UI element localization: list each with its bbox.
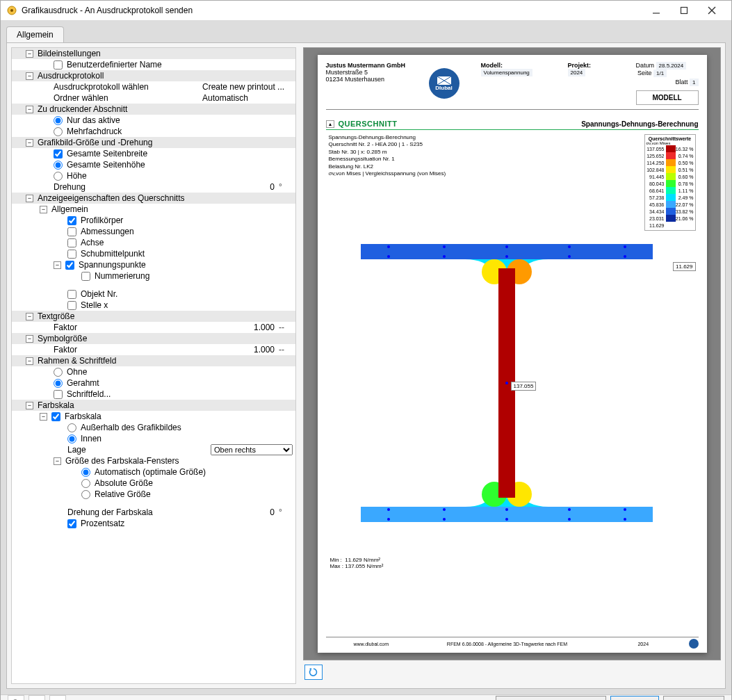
row-symbol-faktor[interactable]: Faktor 1.000 -- bbox=[12, 344, 295, 355]
row-achse[interactable]: Achse bbox=[12, 237, 295, 248]
preview-viewport[interactable]: Justus Mustermann GmbH Musterstraße 5 01… bbox=[303, 47, 721, 660]
collapse-icon[interactable]: − bbox=[40, 413, 47, 421]
svg-point-16 bbox=[387, 245, 390, 248]
row-profilkoerper[interactable]: Profilkörper bbox=[12, 215, 295, 226]
chk-objekt-nr[interactable] bbox=[67, 290, 76, 299]
chk-spannungspunkte[interactable] bbox=[65, 261, 74, 270]
collapse-icon[interactable]: − bbox=[26, 313, 33, 320]
radio-absolute-groesse[interactable] bbox=[81, 479, 90, 488]
row-gesamte-seitenhoehe[interactable]: Gesamte Seitenhöhe bbox=[12, 159, 295, 170]
radio-ausserhalb[interactable] bbox=[67, 423, 76, 432]
row-ausserhalb[interactable]: Außerhalb des Grafikbildes bbox=[12, 422, 295, 433]
chk-prozentsatz[interactable] bbox=[67, 519, 76, 528]
radio-nur-das-aktive[interactable] bbox=[54, 116, 63, 125]
val-symbol-faktor[interactable]: 1.000 bbox=[230, 345, 279, 355]
row-abmessungen[interactable]: Abmessungen bbox=[12, 226, 295, 237]
val-drehung-farbskala[interactable]: 0 bbox=[230, 507, 279, 517]
row-gesamte-seitenbreite[interactable]: Gesamte Seitenbreite bbox=[12, 148, 295, 159]
chk-achse[interactable] bbox=[67, 238, 76, 247]
val-drehung[interactable]: 0 bbox=[230, 182, 279, 192]
cancel-button[interactable]: Abbrechen bbox=[663, 696, 724, 700]
val-ordner[interactable]: Automatisch bbox=[202, 93, 293, 103]
help-button[interactable] bbox=[8, 695, 24, 700]
row-mehrfachdruck[interactable]: Mehrfachdruck bbox=[12, 126, 295, 137]
chk-stelle-x[interactable] bbox=[67, 301, 76, 310]
row-schriftfeld[interactable]: Schriftfeld... bbox=[12, 389, 295, 400]
ok-button[interactable]: OK bbox=[610, 696, 659, 700]
collapse-icon[interactable]: − bbox=[26, 50, 33, 58]
save-button[interactable] bbox=[49, 695, 66, 700]
row-stelle-x[interactable]: Stelle x bbox=[12, 300, 295, 311]
svg-point-27 bbox=[387, 508, 390, 511]
section-ausdruckprotokoll: − Ausdruckprotokoll bbox=[12, 70, 295, 81]
chart-info: Spannungs-Dehnungs-Berechnung Querschnit… bbox=[329, 134, 446, 177]
chk-farbskala[interactable] bbox=[51, 412, 60, 421]
collapse-icon[interactable]: − bbox=[54, 261, 61, 269]
row-allgemein[interactable]: − Allgemein bbox=[12, 204, 295, 215]
radio-mehrfachdruck[interactable] bbox=[54, 127, 63, 136]
collapse-icon[interactable]: − bbox=[26, 139, 33, 147]
radio-gesamte-seitenhoehe[interactable] bbox=[54, 161, 63, 170]
row-ordner-waehlen[interactable]: Ordner wählen Automatisch bbox=[12, 92, 295, 104]
radio-ohne[interactable] bbox=[54, 368, 63, 377]
save-and-show-button[interactable]: Speichern und anzeigen bbox=[496, 696, 606, 700]
reset-button[interactable] bbox=[29, 695, 45, 700]
row-objekt-nr[interactable]: Objekt Nr. bbox=[12, 288, 295, 300]
collapse-icon[interactable]: − bbox=[26, 195, 33, 202]
collapse-icon[interactable]: − bbox=[26, 357, 33, 365]
section-symbolgroesse: − Symbolgröße bbox=[12, 333, 295, 344]
close-button[interactable] bbox=[698, 1, 726, 20]
collapse-icon: ▴ bbox=[326, 120, 334, 128]
row-automatisch[interactable]: Automatisch (optimale Größe) bbox=[12, 466, 295, 478]
chk-schubmittelpunkt[interactable] bbox=[67, 250, 76, 259]
row-ausdruckprotokoll-waehlen[interactable]: Ausdruckprotokoll wählen Create new prin… bbox=[12, 81, 295, 92]
svg-point-1 bbox=[10, 9, 13, 12]
radio-automatisch[interactable] bbox=[81, 468, 90, 477]
svg-point-22 bbox=[443, 255, 446, 258]
row-nummerierung[interactable]: Nummerierung bbox=[12, 270, 295, 282]
row-schubmittelpunkt[interactable]: Schubmittelpunkt bbox=[12, 248, 295, 259]
maximize-button[interactable] bbox=[670, 1, 698, 20]
chk-schriftfeld[interactable] bbox=[54, 390, 63, 399]
row-farbskala-chk[interactable]: −Farbskala bbox=[12, 411, 295, 422]
row-lage[interactable]: Lage Oben rechts bbox=[12, 444, 295, 455]
chk-gesamte-seitenbreite[interactable] bbox=[54, 149, 63, 158]
combo-lage[interactable]: Oben rechts bbox=[211, 444, 293, 455]
radio-relative-groesse[interactable] bbox=[81, 490, 90, 499]
row-nur-das-aktive[interactable]: Nur das aktive bbox=[12, 115, 295, 126]
row-drehung[interactable]: Drehung 0 ° bbox=[12, 181, 295, 193]
row-ohne[interactable]: Ohne bbox=[12, 366, 295, 377]
row-relative-groesse[interactable]: Relative Größe bbox=[12, 489, 295, 500]
row-text-faktor[interactable]: Faktor 1.000 -- bbox=[12, 322, 295, 333]
radio-hoehe[interactable] bbox=[54, 172, 63, 181]
collapse-icon[interactable]: − bbox=[26, 72, 33, 80]
row-gerahmt[interactable]: Gerahmt bbox=[12, 377, 295, 389]
chk-profilkoerper[interactable] bbox=[67, 216, 76, 225]
radio-innen[interactable] bbox=[67, 434, 76, 443]
chk-benutzerdefinierter-name[interactable] bbox=[54, 60, 63, 70]
refresh-button[interactable] bbox=[304, 665, 323, 680]
page-header: Justus Mustermann GmbH Musterstraße 5 01… bbox=[326, 62, 699, 110]
row-spannungspunkte[interactable]: −Spannungspunkte bbox=[12, 259, 295, 270]
val-ausdruckprotokoll[interactable]: Create new printout ... bbox=[202, 82, 293, 92]
row-hoehe[interactable]: Höhe bbox=[12, 170, 295, 181]
svg-point-20 bbox=[624, 245, 626, 248]
radio-gerahmt[interactable] bbox=[54, 379, 63, 388]
collapse-icon[interactable]: − bbox=[26, 106, 33, 113]
collapse-icon[interactable]: − bbox=[54, 457, 61, 465]
spacer bbox=[12, 500, 295, 507]
row-prozentsatz[interactable]: Prozentsatz bbox=[12, 518, 295, 529]
chk-abmessungen[interactable] bbox=[67, 227, 76, 236]
collapse-icon[interactable]: − bbox=[40, 206, 47, 213]
row-benutzerdefinierter-name[interactable]: Benutzerdefinierter Name bbox=[12, 59, 295, 70]
row-groesse-farbskala[interactable]: −Größe des Farbskala-Fensters bbox=[12, 455, 295, 466]
collapse-icon[interactable]: − bbox=[26, 402, 33, 409]
row-absolute-groesse[interactable]: Absolute Größe bbox=[12, 478, 295, 489]
tab-general[interactable]: Allgemein bbox=[6, 26, 64, 42]
val-text-faktor[interactable]: 1.000 bbox=[230, 323, 279, 332]
collapse-icon[interactable]: − bbox=[26, 335, 33, 343]
minimize-button[interactable] bbox=[642, 1, 670, 20]
row-innen[interactable]: Innen bbox=[12, 433, 295, 444]
row-drehung-farbskala[interactable]: Drehung der Farbskala 0 ° bbox=[12, 507, 295, 518]
chk-nummerierung[interactable] bbox=[81, 272, 90, 281]
